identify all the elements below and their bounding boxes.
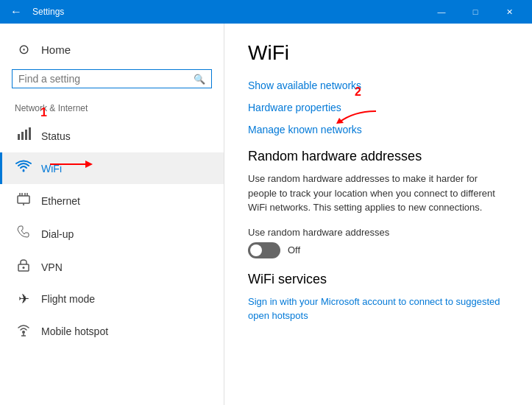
random-hardware-title: Random hardware addresses (248, 149, 508, 164)
home-icon: ⊙ (15, 41, 32, 57)
hotspot-icon (15, 322, 32, 340)
maximize-button[interactable]: □ (458, 0, 492, 24)
sidebar-item-flightmode[interactable]: ✈ Flight mode (0, 284, 224, 314)
wifi-services-link[interactable]: Sign in with your Microsoft account to c… (248, 296, 500, 322)
svg-point-4 (23, 170, 25, 172)
minimize-button[interactable]: — (425, 0, 458, 24)
random-addresses-toggle[interactable] (248, 242, 280, 258)
wifi-icon (15, 160, 32, 177)
svg-point-15 (22, 331, 25, 334)
dialup-icon (15, 225, 32, 243)
page-title: WiFi (248, 41, 508, 65)
wifi-services-title: WiFi services (248, 272, 508, 287)
content-area: WiFi Show available networks Hardware pr… (224, 24, 532, 405)
toggle-state-label: Off (288, 244, 300, 256)
svg-marker-18 (336, 118, 344, 124)
status-icon (15, 127, 32, 145)
sidebar-item-dialup[interactable]: Dial-up (0, 217, 224, 250)
toggle-row: Off (248, 242, 508, 258)
svg-marker-6 (85, 161, 93, 168)
manage-networks-link[interactable]: Manage known networks (248, 124, 508, 135)
random-hardware-desc: Use random hardware addresses to make it… (248, 172, 508, 215)
sidebar-item-status[interactable]: Status 1 (0, 119, 224, 152)
svg-rect-1 (21, 132, 24, 140)
svg-rect-0 (18, 134, 20, 140)
app-body: ⊙ Home 🔍 Network & Internet Status 1 (0, 24, 532, 405)
sidebar-item-wifi[interactable]: WiFi (0, 152, 224, 184)
search-icon: 🔍 (194, 74, 205, 85)
sidebar: ⊙ Home 🔍 Network & Internet Status 1 (0, 24, 224, 405)
sidebar-item-mobilehotspot[interactable]: Mobile hotspot (0, 314, 224, 348)
title-bar: ← Settings — □ ✕ (0, 0, 532, 24)
flight-icon: ✈ (15, 291, 32, 307)
vpn-label: VPN (41, 261, 63, 273)
back-button[interactable]: ← (6, 1, 26, 22)
sidebar-item-vpn[interactable]: VPN (0, 250, 224, 284)
status-label: Status (41, 130, 71, 142)
ethernet-icon (15, 191, 32, 210)
close-button[interactable]: ✕ (492, 0, 526, 24)
hardware-properties-link[interactable]: Hardware properties (248, 102, 508, 113)
window-title: Settings (32, 7, 419, 17)
sidebar-section-title: Network & Internet (0, 100, 224, 119)
sidebar-item-ethernet[interactable]: Ethernet (0, 184, 224, 217)
svg-point-14 (23, 267, 25, 269)
svg-rect-7 (18, 196, 29, 203)
dialup-label: Dial-up (41, 228, 74, 240)
mobilehotspot-label: Mobile hotspot (41, 325, 108, 337)
flightmode-label: Flight mode (41, 293, 95, 305)
svg-rect-3 (29, 127, 31, 140)
home-label: Home (41, 43, 71, 56)
toggle-label: Use random hardware addresses (248, 227, 508, 238)
wifi-label: WiFi (41, 163, 62, 175)
sidebar-item-home[interactable]: ⊙ Home (0, 35, 224, 63)
vpn-icon (15, 258, 32, 276)
show-networks-link[interactable]: Show available networks (248, 80, 361, 91)
ethernet-label: Ethernet (41, 195, 80, 207)
svg-rect-2 (25, 130, 27, 140)
search-input[interactable] (18, 73, 189, 85)
search-box[interactable]: 🔍 (12, 69, 212, 88)
window-controls: — □ ✕ (425, 0, 526, 24)
